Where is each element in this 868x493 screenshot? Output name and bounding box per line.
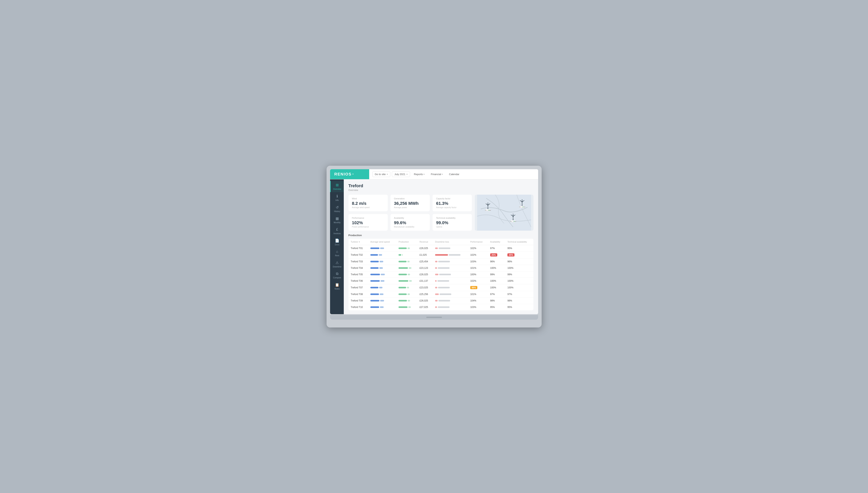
sidebar-label-compare: Compare [333,277,341,279]
turbine-name: Treford T10 [349,304,368,310]
turbine-name: Treford T02 [349,251,368,258]
tech-avail-value: 96% [507,260,512,263]
downtime-bar-cell [433,265,468,271]
svg-point-18 [523,207,524,207]
sidebar-label-notes: Notes [335,288,340,290]
svg-text:T02 · 0.9 MW: T02 · 0.9 MW [519,207,525,208]
sidebar-label-rent: Rent [335,255,339,257]
capacity-sublabel: Average capacity factor [436,207,468,209]
sidebar-item-invoices[interactable]: £ Invoices [330,226,344,237]
sidebar-item-history[interactable]: ↺ History [330,203,344,214]
turbine-name: Treford T08 [349,291,368,297]
tech-avail-cell: 96% [505,258,533,265]
reports-dropdown[interactable]: Reports ▾ [411,172,427,177]
table-row[interactable]: Treford T07 £23,025 98% 100% 100% [349,284,533,291]
performance-cell: 103% [468,304,488,310]
wind-bar-cell [368,265,396,271]
table-row[interactable]: Treford T05 £26,025 100% 99% 99% [349,271,533,278]
svg-point-5 [487,205,488,206]
tech-avail-cell: 95% [505,304,533,310]
wind-bar-cell [368,251,396,258]
availability-value: 99.6% [394,220,426,226]
financial-dropdown[interactable]: Financial ▾ [428,172,445,177]
availability-cell: 100% [488,278,505,284]
stats-col: Wind 8.2 m/s Average wind speed Generati… [349,195,472,231]
table-row[interactable]: Treford T01 £26,025 102% 97% 95% [349,245,533,251]
site-dropdown[interactable]: Go to site ▾ [372,171,391,177]
col-performance: Performance [468,239,488,245]
table-row[interactable]: Treford T06 £31,137 102% 100% 100% [349,278,533,284]
history-icon: ↺ [336,205,339,210]
performance-value: 100% [470,273,476,276]
sidebar-item-downtime[interactable]: ⚠ Downtime [330,259,344,270]
tech-avail-cell: 95% [505,245,533,251]
tech-avail-value: 98% [507,299,512,302]
wind-value: 8.2 m/s [352,201,384,206]
tech-avail-cell: 100% [505,278,533,284]
main-layout: ⊞ Overview ℹ Info ↺ History ▦ Monthly £ [330,179,538,314]
top-nav: Go to site ▾ July 2021 ▾ Reports ▾ Finan… [369,171,538,177]
tech-avail-cell: 100% [505,265,533,271]
capacity-label: Capacity factor [436,197,468,200]
sidebar-item-notes[interactable]: 📋 Notes [330,281,344,292]
wind-sublabel: Average wind speed [352,207,384,209]
table-row[interactable]: Treford T10 £27,025 103% 95% 95% [349,304,533,310]
prod-bar-cell [396,265,417,271]
availability-label: Availability [394,217,426,219]
revenue-value: £31,137 [417,278,433,284]
calendar-button[interactable]: Calendar [447,172,462,177]
logo-star: ✦ [352,173,354,175]
notes-icon: 📋 [335,283,339,287]
sidebar-item-compare[interactable]: ⧉ Compare [330,270,344,281]
table-row[interactable]: Treford T08 £25,256 101% 97% 97% [349,291,533,297]
sidebar-item-overview[interactable]: ⊞ Overview [330,181,344,192]
wind-bar-cell [368,271,396,278]
col-tech-avail: Technical availability [505,239,533,245]
performance-value: 103% [470,260,476,263]
availability-cell: 25% [488,251,505,258]
sidebar-label-info: Info [336,199,339,201]
performance-badge: 98% [470,286,477,289]
sidebar-label-history: History [334,210,340,212]
prod-bar-cell [396,291,417,297]
sidebar-item-docs[interactable]: 📄 Docs [330,237,344,248]
prod-bar-cell [396,258,417,265]
sidebar-label-downtime: Downtime [333,266,341,268]
generation-sublabel: Average power [394,207,426,209]
sidebar-item-rent[interactable]: ⌂ Rent [330,248,344,259]
col-revenue: Revenue [417,239,433,245]
table-row[interactable]: Treford T04 £23,123 101% 100% 100% [349,265,533,271]
tech-avail-value: 97% [507,293,512,296]
sidebar-item-monthly[interactable]: ▦ Monthly [330,214,344,226]
content-area: Treford Overview Wind 8.2 m/s Average wi… [344,179,538,314]
prod-bar-cell [396,278,417,284]
revenue-value: £23,123 [417,265,433,271]
tech-avail-cell: 98% [505,297,533,304]
availability-value: 99% [490,273,495,276]
col-turbine[interactable]: Turbine ⬆ [349,239,368,245]
map-svg: T01 · 1.8 MW [475,195,533,231]
date-dropdown[interactable]: July 2021 ▾ [392,171,410,177]
table-row[interactable]: Treford T09 £26,025 104% 98% 98% [349,297,533,304]
turbine-name: Treford T04 [349,265,368,271]
sidebar-item-info[interactable]: ℹ Info [330,192,344,203]
docs-icon: 📄 [335,238,339,243]
performance-value: 104% [470,299,476,302]
downtime-bar-cell [433,304,468,310]
table-row[interactable]: Treford T03 £25,454 103% 96% 96% [349,258,533,265]
table-row[interactable]: Treford T02 £1,025 102% 25% 25% [349,251,533,258]
chevron-down-icon: ▾ [406,173,407,175]
turbine-name: Treford T05 [349,271,368,278]
svg-point-27 [514,221,514,222]
performance-cell: 101% [468,291,488,297]
sidebar-label-docs: Docs [335,243,339,246]
prod-bar-cell [396,284,417,291]
availability-badge: 25% [490,253,497,256]
chevron-down-icon: ▾ [442,173,443,175]
revenue-value: £26,025 [417,271,433,278]
availability-cell: 98% [488,297,505,304]
downtime-bar-cell [433,271,468,278]
stats-row-bottom: Performance 102% Power performance Avail… [349,214,472,231]
tech-avail-badge: 25% [507,253,514,256]
stat-card-wind: Wind 8.2 m/s Average wind speed [349,195,388,211]
